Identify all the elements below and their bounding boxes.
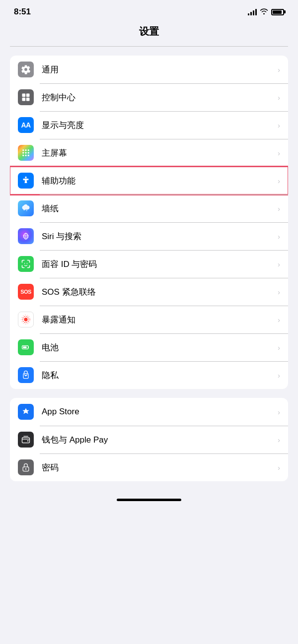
page-title: 设置 bbox=[0, 25, 298, 38]
sos-label: SOS 紧急联络 bbox=[42, 286, 278, 298]
password-icon bbox=[18, 459, 34, 475]
xianshi-label: 显示与亮度 bbox=[42, 120, 278, 131]
faceid-icon bbox=[18, 256, 34, 272]
homescreen-icon bbox=[18, 145, 34, 161]
settings-item-fuzhu[interactable]: 辅助功能 › bbox=[10, 167, 288, 194]
settings-item-zhupingmu[interactable]: 主屏幕 › bbox=[10, 139, 288, 167]
yinsi-label: 隐私 bbox=[42, 370, 278, 381]
chevron-icon: › bbox=[278, 232, 280, 241]
qiangzhi-label: 墙纸 bbox=[42, 203, 278, 214]
svg-rect-9 bbox=[28, 152, 29, 154]
mima-label: 密码 bbox=[42, 462, 278, 473]
home-indicator-area bbox=[0, 490, 298, 505]
appstore-icon bbox=[18, 404, 34, 420]
chevron-icon: › bbox=[278, 316, 280, 324]
settings-item-kongzhi[interactable]: 控制中心 › bbox=[10, 83, 288, 111]
settings-item-baolu[interactable]: 暴露通知 › bbox=[10, 306, 288, 333]
kongzhi-label: 控制中心 bbox=[42, 92, 278, 103]
settings-group-1: 通用 › 控制中心 › AA 显示与亮度 › bbox=[10, 56, 288, 389]
settings-item-mima[interactable]: 密码 › bbox=[10, 453, 288, 481]
chevron-icon: › bbox=[278, 371, 280, 380]
chevron-icon: › bbox=[278, 463, 280, 472]
page-title-container: 设置 bbox=[0, 21, 298, 46]
svg-rect-12 bbox=[28, 155, 29, 156]
baolu-label: 暴露通知 bbox=[42, 314, 278, 325]
svg-rect-8 bbox=[25, 152, 27, 154]
chevron-icon: › bbox=[278, 149, 280, 157]
chevron-icon: › bbox=[278, 204, 280, 213]
svg-rect-5 bbox=[25, 149, 27, 151]
wallet-label: 钱包与 Apple Pay bbox=[42, 434, 278, 446]
privacy-icon bbox=[18, 367, 34, 383]
status-time: 8:51 bbox=[14, 7, 31, 17]
svg-rect-10 bbox=[22, 155, 24, 156]
zhupingmu-label: 主屏幕 bbox=[42, 147, 278, 159]
svg-point-15 bbox=[26, 210, 27, 211]
status-bar: 8:51 bbox=[0, 0, 298, 21]
section-divider bbox=[10, 46, 288, 47]
svg-rect-11 bbox=[25, 155, 27, 156]
gear-icon bbox=[18, 62, 34, 77]
fuzhu-label: 辅助功能 bbox=[42, 175, 278, 187]
tongyong-label: 通用 bbox=[42, 64, 278, 75]
chevron-icon: › bbox=[278, 65, 280, 74]
svg-rect-1 bbox=[26, 94, 30, 97]
svg-point-14 bbox=[23, 209, 25, 210]
display-icon: AA bbox=[18, 117, 34, 133]
svg-point-13 bbox=[25, 177, 26, 178]
signal-icon bbox=[248, 8, 257, 15]
chevron-icon: › bbox=[278, 436, 280, 444]
svg-rect-26 bbox=[22, 438, 30, 443]
svg-rect-6 bbox=[28, 149, 29, 151]
chevron-icon: › bbox=[278, 93, 280, 102]
status-icons bbox=[248, 8, 284, 16]
settings-item-tongyong[interactable]: 通用 › bbox=[10, 56, 288, 83]
home-bar bbox=[117, 499, 181, 501]
battery-icon bbox=[271, 9, 284, 15]
controls-icon bbox=[18, 89, 34, 105]
wifi-icon bbox=[260, 8, 268, 16]
svg-rect-2 bbox=[22, 98, 26, 101]
siri-icon bbox=[18, 228, 34, 244]
chevron-icon: › bbox=[278, 343, 280, 352]
dianci-label: 电池 bbox=[42, 342, 278, 353]
settings-item-yinsi[interactable]: 隐私 › bbox=[10, 361, 288, 389]
settings-item-qiangzhi[interactable]: 墙纸 › bbox=[10, 194, 288, 222]
chevron-icon: › bbox=[278, 288, 280, 296]
settings-group-2: App Store › 钱包与 Apple Pay › 密码 › bbox=[10, 398, 288, 481]
settings-item-dianci[interactable]: 电池 › bbox=[10, 333, 288, 361]
chevron-icon: › bbox=[278, 177, 280, 185]
settings-item-siri[interactable]: Siri 与搜索 › bbox=[10, 222, 288, 250]
accessibility-icon bbox=[18, 173, 34, 189]
svg-point-20 bbox=[24, 318, 27, 321]
appstore-label: App Store bbox=[42, 407, 278, 417]
settings-item-xianshi[interactable]: AA 显示与亮度 › bbox=[10, 111, 288, 139]
wallet-icon bbox=[18, 432, 34, 448]
battery-settings-icon bbox=[18, 339, 34, 355]
chevron-icon: › bbox=[278, 260, 280, 268]
siri-label: Siri 与搜索 bbox=[42, 231, 278, 242]
sos-icon: SOS bbox=[18, 284, 34, 300]
wallpaper-icon bbox=[18, 200, 34, 216]
settings-item-appstore[interactable]: App Store › bbox=[10, 398, 288, 426]
exposure-icon bbox=[18, 312, 34, 327]
svg-point-27 bbox=[27, 440, 29, 442]
svg-rect-24 bbox=[23, 346, 27, 348]
chevron-icon: › bbox=[278, 121, 280, 129]
svg-rect-7 bbox=[22, 152, 24, 154]
settings-item-wallet[interactable]: 钱包与 Apple Pay › bbox=[10, 426, 288, 453]
svg-rect-0 bbox=[22, 94, 26, 97]
svg-point-29 bbox=[25, 468, 27, 470]
svg-rect-4 bbox=[22, 149, 24, 151]
chevron-icon: › bbox=[278, 408, 280, 416]
svg-rect-3 bbox=[26, 98, 30, 101]
faceid-label: 面容 ID 与密码 bbox=[42, 258, 278, 270]
settings-item-faceid[interactable]: 面容 ID 与密码 › bbox=[10, 250, 288, 278]
settings-item-sos[interactable]: SOS SOS 紧急联络 › bbox=[10, 278, 288, 306]
